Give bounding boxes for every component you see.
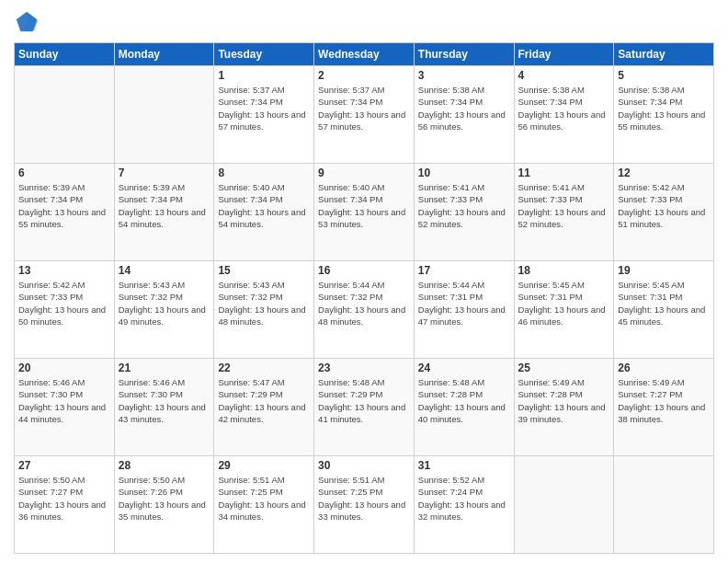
day-number: 31 (418, 459, 510, 472)
day-cell: 1Sunrise: 5:37 AMSunset: 7:34 PMDaylight… (214, 66, 314, 164)
day-info: Sunrise: 5:47 AMSunset: 7:29 PMDaylight:… (218, 376, 310, 425)
day-info: Sunrise: 5:37 AMSunset: 7:34 PMDaylight:… (218, 84, 310, 132)
day-info: Sunrise: 5:43 AMSunset: 7:32 PMDaylight:… (218, 279, 310, 327)
day-cell: 17Sunrise: 5:44 AMSunset: 7:31 PMDayligh… (414, 261, 514, 359)
day-number: 26 (618, 362, 710, 374)
week-row-4: 20Sunrise: 5:46 AMSunset: 7:30 PMDayligh… (15, 359, 714, 456)
week-row-2: 6Sunrise: 5:39 AMSunset: 7:34 PMDaylight… (15, 164, 714, 261)
day-number: 30 (318, 459, 410, 472)
day-number: 10 (418, 167, 510, 179)
day-cell: 14Sunrise: 5:43 AMSunset: 7:32 PMDayligh… (114, 261, 214, 359)
day-info: Sunrise: 5:41 AMSunset: 7:33 PMDaylight:… (418, 181, 510, 230)
day-info: Sunrise: 5:52 AMSunset: 7:24 PMDaylight:… (418, 474, 510, 523)
day-number: 23 (318, 362, 410, 374)
day-info: Sunrise: 5:45 AMSunset: 7:31 PMDaylight:… (518, 279, 610, 327)
day-cell: 19Sunrise: 5:45 AMSunset: 7:31 PMDayligh… (614, 261, 714, 359)
day-info: Sunrise: 5:41 AMSunset: 7:33 PMDaylight:… (518, 181, 610, 230)
day-info: Sunrise: 5:51 AMSunset: 7:25 PMDaylight:… (318, 474, 410, 523)
day-number: 3 (418, 69, 510, 82)
day-number: 18 (518, 264, 610, 277)
day-number: 14 (119, 264, 210, 277)
day-header-friday: Friday (514, 43, 614, 66)
day-cell: 20Sunrise: 5:46 AMSunset: 7:30 PMDayligh… (15, 359, 115, 456)
day-info: Sunrise: 5:39 AMSunset: 7:34 PMDaylight:… (119, 181, 210, 230)
day-number: 5 (618, 69, 710, 82)
day-number: 20 (18, 362, 110, 374)
day-number: 11 (518, 167, 610, 179)
day-cell: 18Sunrise: 5:45 AMSunset: 7:31 PMDayligh… (514, 261, 614, 359)
day-info: Sunrise: 5:44 AMSunset: 7:32 PMDaylight:… (318, 279, 410, 327)
day-info: Sunrise: 5:44 AMSunset: 7:31 PMDaylight:… (418, 279, 510, 327)
day-header-saturday: Saturday (614, 43, 714, 66)
day-cell: 21Sunrise: 5:46 AMSunset: 7:30 PMDayligh… (114, 359, 214, 456)
day-cell: 5Sunrise: 5:38 AMSunset: 7:34 PMDaylight… (614, 66, 714, 164)
day-cell (514, 456, 614, 554)
day-info: Sunrise: 5:39 AMSunset: 7:34 PMDaylight:… (18, 181, 110, 230)
day-cell: 31Sunrise: 5:52 AMSunset: 7:24 PMDayligh… (414, 456, 514, 554)
day-info: Sunrise: 5:45 AMSunset: 7:31 PMDaylight:… (618, 279, 710, 327)
day-number: 4 (518, 69, 610, 82)
day-number: 17 (418, 264, 510, 277)
day-cell: 12Sunrise: 5:42 AMSunset: 7:33 PMDayligh… (614, 164, 714, 261)
day-cell (15, 66, 115, 164)
day-cell: 9Sunrise: 5:40 AMSunset: 7:34 PMDaylight… (314, 164, 415, 261)
day-number: 13 (18, 264, 110, 277)
day-info: Sunrise: 5:50 AMSunset: 7:27 PMDaylight:… (18, 474, 110, 523)
day-cell: 25Sunrise: 5:49 AMSunset: 7:28 PMDayligh… (514, 359, 614, 456)
day-cell: 29Sunrise: 5:51 AMSunset: 7:25 PMDayligh… (214, 456, 314, 554)
day-number: 8 (218, 167, 310, 179)
day-number: 19 (618, 264, 710, 277)
day-info: Sunrise: 5:38 AMSunset: 7:34 PMDaylight:… (418, 84, 510, 132)
header (14, 9, 714, 35)
day-info: Sunrise: 5:48 AMSunset: 7:28 PMDaylight:… (418, 376, 510, 425)
day-cell: 4Sunrise: 5:38 AMSunset: 7:34 PMDaylight… (514, 66, 614, 164)
day-info: Sunrise: 5:49 AMSunset: 7:27 PMDaylight:… (618, 376, 710, 425)
day-header-thursday: Thursday (414, 43, 514, 66)
day-header-wednesday: Wednesday (314, 43, 415, 66)
day-number: 2 (318, 69, 410, 82)
day-info: Sunrise: 5:38 AMSunset: 7:34 PMDaylight:… (518, 84, 610, 132)
day-info: Sunrise: 5:40 AMSunset: 7:34 PMDaylight:… (218, 181, 310, 230)
day-cell: 22Sunrise: 5:47 AMSunset: 7:29 PMDayligh… (214, 359, 314, 456)
week-row-1: 1Sunrise: 5:37 AMSunset: 7:34 PMDaylight… (15, 66, 714, 164)
day-info: Sunrise: 5:46 AMSunset: 7:30 PMDaylight:… (119, 376, 210, 425)
header-row: SundayMondayTuesdayWednesdayThursdayFrid… (15, 43, 714, 66)
day-number: 22 (218, 362, 310, 374)
day-cell: 27Sunrise: 5:50 AMSunset: 7:27 PMDayligh… (15, 456, 115, 554)
day-header-tuesday: Tuesday (214, 43, 314, 66)
day-cell: 13Sunrise: 5:42 AMSunset: 7:33 PMDayligh… (15, 261, 115, 359)
day-cell: 3Sunrise: 5:38 AMSunset: 7:34 PMDaylight… (414, 66, 514, 164)
day-info: Sunrise: 5:38 AMSunset: 7:34 PMDaylight:… (618, 84, 710, 132)
day-cell: 15Sunrise: 5:43 AMSunset: 7:32 PMDayligh… (214, 261, 314, 359)
day-info: Sunrise: 5:49 AMSunset: 7:28 PMDaylight:… (518, 376, 610, 425)
day-header-monday: Monday (114, 43, 214, 66)
day-cell: 26Sunrise: 5:49 AMSunset: 7:27 PMDayligh… (614, 359, 714, 456)
day-info: Sunrise: 5:48 AMSunset: 7:29 PMDaylight:… (318, 376, 410, 425)
day-cell: 10Sunrise: 5:41 AMSunset: 7:33 PMDayligh… (414, 164, 514, 261)
day-cell: 24Sunrise: 5:48 AMSunset: 7:28 PMDayligh… (414, 359, 514, 456)
day-number: 16 (318, 264, 410, 277)
day-number: 27 (18, 459, 110, 472)
day-info: Sunrise: 5:42 AMSunset: 7:33 PMDaylight:… (18, 279, 110, 327)
day-cell: 23Sunrise: 5:48 AMSunset: 7:29 PMDayligh… (314, 359, 415, 456)
day-cell (114, 66, 214, 164)
page: SundayMondayTuesdayWednesdayThursdayFrid… (0, 0, 728, 563)
day-info: Sunrise: 5:40 AMSunset: 7:34 PMDaylight:… (318, 181, 410, 230)
day-number: 1 (218, 69, 310, 82)
day-cell (614, 456, 714, 554)
day-number: 24 (418, 362, 510, 374)
day-number: 15 (218, 264, 310, 277)
day-info: Sunrise: 5:51 AMSunset: 7:25 PMDaylight:… (218, 474, 310, 523)
calendar-table: SundayMondayTuesdayWednesdayThursdayFrid… (14, 42, 714, 554)
day-number: 12 (618, 167, 710, 179)
day-number: 7 (119, 167, 210, 179)
day-number: 9 (318, 167, 410, 179)
day-number: 21 (119, 362, 210, 374)
day-cell: 30Sunrise: 5:51 AMSunset: 7:25 PMDayligh… (314, 456, 415, 554)
day-header-sunday: Sunday (15, 43, 115, 66)
day-cell: 28Sunrise: 5:50 AMSunset: 7:26 PMDayligh… (114, 456, 214, 554)
day-number: 6 (18, 167, 110, 179)
day-cell: 16Sunrise: 5:44 AMSunset: 7:32 PMDayligh… (314, 261, 415, 359)
logo-icon (14, 9, 40, 35)
week-row-3: 13Sunrise: 5:42 AMSunset: 7:33 PMDayligh… (15, 261, 714, 359)
